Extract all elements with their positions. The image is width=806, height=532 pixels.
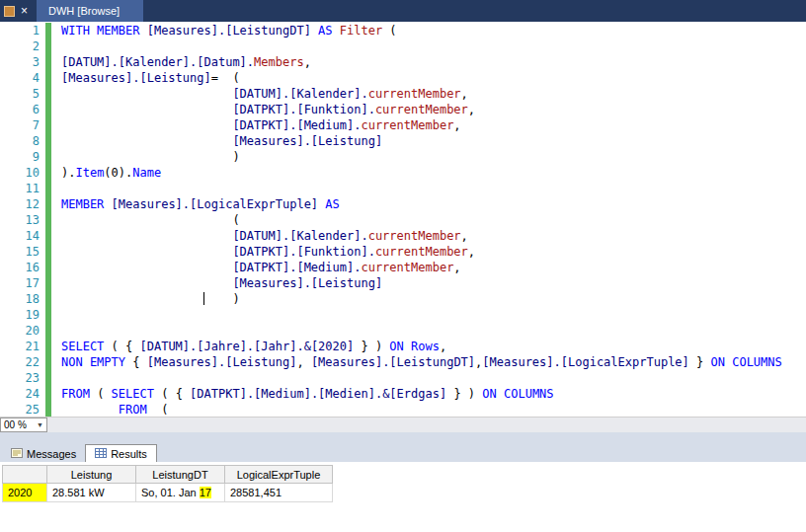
line-number: 1	[0, 23, 42, 38]
grid-cell[interactable]: 28.581 kW	[47, 484, 136, 502]
change-tracking-bar	[45, 291, 51, 307]
code-text: FROM (	[61, 402, 168, 418]
code-text: )	[61, 149, 240, 165]
grid-cell[interactable]: So, 01. Jan 17	[136, 484, 225, 502]
code-text: SELECT ( { [DATUM].[Jahre].[Jahr].&[2020…	[61, 339, 446, 354]
code-line[interactable]: 17 [Measures].[Leistung]	[0, 275, 806, 291]
tab-results[interactable]: Results	[85, 444, 157, 462]
line-number: 24	[0, 386, 42, 402]
grid-cell-text: So, 01. Jan	[141, 487, 200, 498]
grid-cell-text: 28.581 kW	[52, 487, 105, 498]
code-line[interactable]: 15 [DATPKT].[Funktion].currentMember,	[0, 244, 806, 260]
code-text: [Measures].[Leistung]	[61, 275, 382, 291]
change-tracking-bar	[45, 370, 51, 386]
code-line[interactable]: 11	[0, 181, 806, 196]
grid-column-header[interactable]: LogicalExprTuple	[225, 466, 333, 484]
change-tracking-bar	[45, 86, 51, 102]
code-line[interactable]: 3[DATUM].[Kalender].[Datum].Members,	[0, 54, 806, 70]
code-line[interactable]: 8 [Measures].[Leistung]	[0, 133, 806, 149]
code-line[interactable]: 23	[0, 370, 806, 386]
line-number: 21	[0, 339, 42, 354]
change-tracking-bar	[45, 181, 51, 196]
code-line[interactable]: 20	[0, 323, 806, 339]
line-number: 18	[0, 291, 42, 307]
change-tracking-bar	[45, 70, 51, 86]
code-text: [DATPKT].[Medium].currentMember,	[61, 117, 461, 133]
pane-splitter[interactable]	[0, 432, 806, 444]
code-text: (	[61, 212, 240, 228]
code-line[interactable]: 12MEMBER [Measures].[LogicalExprTuple] A…	[0, 196, 806, 212]
results-grid: LeistungLeistungDTLogicalExprTuple 20202…	[2, 465, 333, 502]
line-number: 20	[0, 323, 42, 339]
code-line[interactable]: 1WITH MEMBER [Measures].[LeistungDT] AS …	[0, 23, 806, 38]
browse-cube-icon[interactable]	[4, 6, 15, 17]
code-line[interactable]: 22NON EMPTY { [Measures].[Leistung], [Me…	[0, 354, 806, 370]
code-line[interactable]: 25 FROM (	[0, 402, 806, 418]
code-line[interactable]: 7 [DATPKT].[Medium].currentMember,	[0, 117, 806, 133]
tab-label: Results	[111, 448, 147, 460]
code-line[interactable]: 5 [DATUM].[Kalender].currentMember,	[0, 86, 806, 102]
line-number: 3	[0, 54, 42, 70]
grid-column-header[interactable]: Leistung	[47, 466, 136, 484]
change-tracking-bar	[45, 339, 51, 354]
zoom-dropdown[interactable]: 00 % ▼	[0, 418, 47, 432]
messages-icon	[11, 447, 23, 461]
code-text: ).Item(0).Name	[61, 165, 161, 181]
code-text: MEMBER [Measures].[LogicalExprTuple] AS	[61, 196, 340, 212]
code-text: [DATPKT].[Funktion].currentMember,	[61, 244, 475, 260]
change-tracking-bar	[45, 102, 51, 117]
code-editor[interactable]: 1WITH MEMBER [Measures].[LeistungDT] AS …	[0, 22, 806, 418]
editor-bottom-strip: 00 % ▼	[0, 417, 806, 432]
code-text: NON EMPTY { [Measures].[Leistung], [Meas…	[61, 354, 782, 370]
line-number: 13	[0, 212, 42, 228]
change-tracking-bar	[45, 354, 51, 370]
code-line[interactable]: 2	[0, 38, 806, 54]
change-tracking-bar	[45, 275, 51, 291]
code-line[interactable]: 10).Item(0).Name	[0, 165, 806, 181]
change-tracking-bar	[45, 149, 51, 165]
code-line[interactable]: 21SELECT ( { [DATUM].[Jahre].[Jahr].&[20…	[0, 339, 806, 354]
change-tracking-bar	[45, 244, 51, 260]
grid-column-header[interactable]	[3, 466, 47, 484]
code-line[interactable]: 24FROM ( SELECT ( { [DATPKT].[Medium].[M…	[0, 386, 806, 402]
chevron-down-icon: ▼	[37, 421, 43, 428]
line-number: 25	[0, 402, 42, 418]
line-number: 2	[0, 38, 42, 54]
code-line[interactable]: 13 (	[0, 212, 806, 228]
grid-cell[interactable]: 28581,451	[225, 484, 333, 502]
line-number: 19	[0, 307, 42, 323]
document-tab[interactable]: DWH [Browse]	[37, 0, 143, 22]
tab-messages[interactable]: Messages	[2, 445, 85, 462]
line-number: 23	[0, 370, 42, 386]
change-tracking-bar	[45, 307, 51, 323]
code-line[interactable]: 16 [DATPKT].[Medium].currentMember,	[0, 260, 806, 275]
grid-cell-text: 2020	[8, 487, 32, 498]
horizontal-scrollbar[interactable]	[47, 418, 806, 432]
tab-label: Messages	[27, 448, 76, 460]
code-line[interactable]: 19	[0, 307, 806, 323]
line-number: 6	[0, 102, 42, 117]
code-text: [Measures].[Leistung]	[61, 133, 382, 149]
code-line[interactable]: 6 [DATPKT].[Funktion].currentMember,	[0, 102, 806, 117]
code-text: [DATUM].[Kalender].[Datum].Members,	[61, 54, 311, 70]
change-tracking-bar	[45, 212, 51, 228]
line-number: 15	[0, 244, 42, 260]
change-tracking-bar	[45, 165, 51, 181]
code-line[interactable]: 18 )	[0, 291, 806, 307]
line-number: 5	[0, 86, 42, 102]
code-line[interactable]: 9 )	[0, 149, 806, 165]
grid-cell[interactable]: 2020	[3, 484, 47, 502]
grid-cell-text: 17	[200, 487, 211, 498]
change-tracking-bar	[45, 386, 51, 402]
line-number: 7	[0, 117, 42, 133]
change-tracking-bar	[45, 117, 51, 133]
line-number: 11	[0, 181, 42, 196]
line-number: 8	[0, 133, 42, 149]
code-line[interactable]: 4[Measures].[Leistung]= (	[0, 70, 806, 86]
code-text: WITH MEMBER [Measures].[LeistungDT] AS F…	[61, 23, 397, 38]
close-icon[interactable]: ×	[21, 5, 28, 17]
grid-row: 202028.581 kWSo, 01. Jan 1728581,451	[3, 484, 333, 502]
code-line[interactable]: 14 [DATUM].[Kalender].currentMember,	[0, 228, 806, 244]
line-number: 16	[0, 260, 42, 275]
grid-column-header[interactable]: LeistungDT	[136, 466, 225, 484]
